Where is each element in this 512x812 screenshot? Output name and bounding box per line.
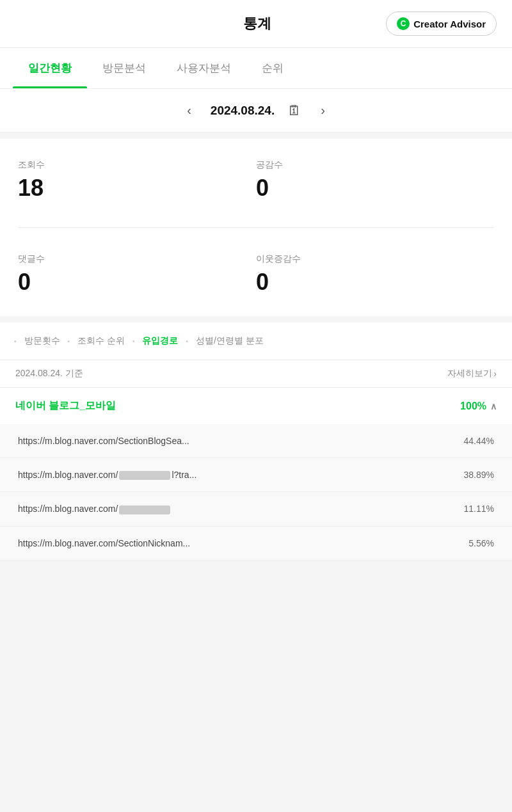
source-row: https://m.blog.naver.com/SectionNicknam.… bbox=[0, 527, 512, 561]
views-value: 18 bbox=[18, 175, 256, 202]
comments-value: 0 bbox=[18, 269, 256, 296]
analytics-section: • 방문횟수 • 조회수 순위 • 유입경로 • 성별/연령별 분포 2024.… bbox=[0, 322, 512, 561]
source-pct-3: 11.11% bbox=[456, 504, 494, 514]
source-url-2: https://m.blog.naver.com/l?tra... bbox=[18, 470, 445, 480]
source-percent-value: 100% bbox=[460, 401, 486, 412]
source-pct-4: 5.56% bbox=[456, 538, 494, 548]
analytics-tab-demographics[interactable]: 성별/연령별 분포 bbox=[192, 333, 268, 349]
main-tabs: 일간현황 방문분석 사용자분석 순위 bbox=[0, 48, 512, 89]
creator-advisor-logo: C bbox=[397, 17, 410, 30]
stat-likes: 공감수 0 bbox=[256, 154, 494, 207]
header: 통계 C Creator Advisor bbox=[0, 0, 512, 48]
stats-grid: 조회수 18 공감수 0 댓글수 0 이웃증감수 0 bbox=[18, 154, 494, 301]
current-date: 2024.08.24. bbox=[211, 104, 275, 118]
calendar-icon[interactable]: 🗓 bbox=[287, 102, 301, 119]
dot3: • bbox=[132, 338, 135, 345]
views-label: 조회수 bbox=[18, 159, 256, 171]
stats-section: 조회수 18 공감수 0 댓글수 0 이웃증감수 0 bbox=[0, 139, 512, 316]
likes-label: 공감수 bbox=[256, 159, 494, 171]
analytics-more-link[interactable]: 자세히보기 › bbox=[447, 368, 497, 379]
source-url-1: https://m.blog.naver.com/SectionBlogSea.… bbox=[18, 436, 445, 446]
dot4: • bbox=[186, 338, 188, 345]
source-pct-2: 38.89% bbox=[456, 470, 494, 480]
stat-views: 조회수 18 bbox=[18, 154, 256, 207]
analytics-date-row: 2024.08.24. 기준 자세히보기 › bbox=[0, 360, 512, 388]
creator-advisor-label: Creator Advisor bbox=[413, 19, 486, 29]
stat-comments: 댓글수 0 bbox=[18, 248, 256, 301]
analytics-tabs: • 방문횟수 • 조회수 순위 • 유입경로 • 성별/연령별 분포 bbox=[0, 322, 512, 360]
stat-neighbor: 이웃증감수 0 bbox=[256, 248, 494, 301]
chevron-right-icon: › bbox=[493, 369, 497, 379]
source-name: 네이버 블로그_모바일 bbox=[15, 399, 116, 413]
source-list: https://m.blog.naver.com/SectionBlogSea.… bbox=[0, 424, 512, 561]
tab-user[interactable]: 사용자분석 bbox=[161, 48, 246, 88]
next-date-button[interactable]: › bbox=[314, 100, 332, 120]
creator-advisor-badge[interactable]: C Creator Advisor bbox=[386, 12, 497, 36]
source-pct-1: 44.44% bbox=[456, 436, 494, 446]
likes-value: 0 bbox=[256, 175, 494, 202]
source-row: https://m.blog.naver.com/ 11.11% bbox=[0, 492, 512, 526]
dot2: • bbox=[68, 338, 70, 345]
source-row: https://m.blog.naver.com/l?tra... 38.89% bbox=[0, 458, 512, 492]
stats-divider bbox=[18, 227, 494, 228]
dot1: • bbox=[14, 338, 17, 345]
neighbor-label: 이웃증감수 bbox=[256, 253, 494, 265]
comments-label: 댓글수 bbox=[18, 253, 256, 265]
tab-daily[interactable]: 일간현황 bbox=[13, 48, 87, 88]
tab-visit[interactable]: 방문분석 bbox=[87, 48, 161, 88]
source-url-4: https://m.blog.naver.com/SectionNicknam.… bbox=[18, 538, 445, 548]
analytics-tab-views-rank[interactable]: 조회수 순위 bbox=[74, 333, 129, 349]
analytics-tab-inflow[interactable]: 유입경로 bbox=[138, 333, 182, 349]
source-row: https://m.blog.naver.com/SectionBlogSea.… bbox=[0, 424, 512, 458]
source-percent-row: 100% ∧ bbox=[460, 401, 497, 412]
analytics-tab-visits[interactable]: 방문횟수 bbox=[20, 333, 64, 349]
page-title: 통계 bbox=[128, 14, 386, 33]
tab-rank[interactable]: 순위 bbox=[246, 48, 299, 88]
source-url-3: https://m.blog.naver.com/ bbox=[18, 504, 445, 514]
analytics-date-label: 2024.08.24. 기준 bbox=[15, 368, 83, 379]
chevron-up-icon[interactable]: ∧ bbox=[490, 401, 497, 411]
date-navigator: ‹ 2024.08.24. 🗓 › bbox=[0, 89, 512, 132]
neighbor-value: 0 bbox=[256, 269, 494, 296]
source-header: 네이버 블로그_모바일 100% ∧ bbox=[0, 388, 512, 424]
prev-date-button[interactable]: ‹ bbox=[180, 100, 198, 120]
